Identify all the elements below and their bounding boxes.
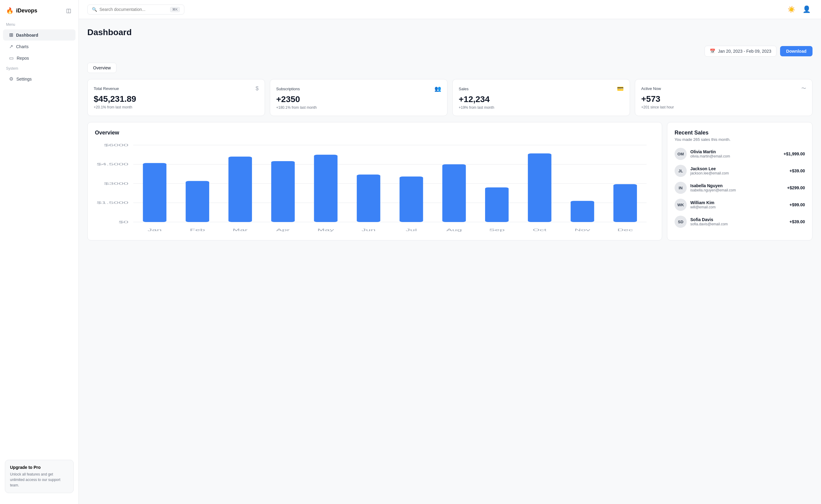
svg-text:Dec: Dec [617,228,633,232]
topbar: 🔍 ⌘K ☀️ 👤 [79,0,821,19]
sidebar: 🔥 iDevops ◫ Menu ⊞ Dashboard ↗ Charts ▭ … [0,0,79,504]
sales-amount: +$39.00 [789,168,805,173]
stat-card-sales-sub: +19% from last month [459,105,624,110]
sidebar-menu-section: Menu ⊞ Dashboard ↗ Charts ▭ Repos [0,22,78,64]
sales-item: WK William Kim will@email.com +$99.00 [675,199,805,211]
sidebar-item-charts[interactable]: ↗ Charts [3,41,75,52]
stat-card-active-value: +573 [641,94,806,104]
sidebar-item-settings[interactable]: ⚙ Settings [3,73,75,85]
sales-item: IN Isabella Nguyen isabella.nguyen@email… [675,182,805,194]
sidebar-header: 🔥 iDevops ◫ [0,6,78,22]
stat-card-revenue-label: Total Revenue [94,86,119,91]
svg-rect-14 [229,157,252,222]
settings-icon: ⚙ [9,76,13,82]
sales-name: Jackson Lee [690,166,786,171]
svg-text:Oct: Oct [533,228,546,232]
svg-rect-24 [442,164,466,222]
download-button[interactable]: Download [780,46,813,56]
user-profile-button[interactable]: 👤 [801,4,813,15]
search-box[interactable]: 🔍 ⌘K [87,5,184,15]
subscriptions-icon: 👥 [434,85,441,92]
upgrade-card: Upgrade to Pro Unlock all features and g… [5,460,74,493]
sales-name: Isabella Nguyen [690,183,783,188]
svg-text:$3000: $3000 [104,182,128,186]
stat-card-sales: Sales 💳 +12,234 +19% from last month [452,79,630,116]
sales-email: jackson.lee@email.com [690,171,786,175]
sales-email: olivia.martin@email.com [690,154,780,158]
svg-rect-16 [271,161,295,222]
sales-info: Olivia Martin olivia.martin@email.com [690,149,780,158]
svg-text:Nov: Nov [574,228,590,232]
avatar: JL [675,165,687,177]
date-range-label: Jan 20, 2023 - Feb 09, 2023 [718,49,771,54]
stat-card-sales-header: Sales 💳 [459,85,624,92]
bar-chart: $0$1.5000$3000$4.5000$6000JanFebMarAprMa… [95,142,655,233]
sales-item: SD Sofia Davis sofia.davis@email.com +$3… [675,216,805,228]
stat-card-revenue: Total Revenue $ $45,231.89 +20.1% from l… [87,79,265,116]
svg-rect-26 [485,187,509,222]
content-area: Dashboard 📅 Jan 20, 2023 - Feb 09, 2023 … [79,19,821,504]
date-picker[interactable]: 📅 Jan 20, 2023 - Feb 09, 2023 [705,46,776,57]
sales-email: sofia.davis@email.com [690,222,786,226]
stat-card-subscriptions-label: Subscriptions [276,87,300,91]
avatar: WK [675,199,687,211]
toolbar: 📅 Jan 20, 2023 - Feb 09, 2023 Download [87,46,813,57]
avatar: OM [675,148,687,160]
app-name: iDevops [16,8,37,14]
sales-info: Sofia Davis sofia.davis@email.com [690,217,786,226]
sales-amount: +$1,999.00 [784,151,805,156]
stat-card-active-sub: +201 since last hour [641,105,806,109]
svg-rect-28 [528,154,551,222]
user-icon: 👤 [803,5,811,13]
stat-card-sales-label: Sales [459,87,469,91]
chart-card: Overview $0$1.5000$3000$4.5000$6000JanFe… [87,122,662,240]
sidebar-system-section: System ⚙ Settings [0,66,78,85]
sidebar-collapse-button[interactable]: ◫ [65,6,72,15]
sidebar-item-charts-label: Charts [16,44,28,49]
sidebar-item-repos-label: Repos [17,56,29,61]
sales-item: JL Jackson Lee jackson.lee@email.com +$3… [675,165,805,177]
svg-rect-30 [570,201,594,222]
page-title: Dashboard [87,28,813,37]
revenue-icon: $ [256,85,259,92]
upgrade-title: Upgrade to Pro [10,465,68,470]
stat-card-active-header: Active Now 〜 [641,85,806,92]
stat-card-subscriptions: Subscriptions 👥 +2350 +180.1% from last … [270,79,447,116]
svg-text:Aug: Aug [446,228,462,232]
sales-icon: 💳 [617,85,624,92]
sidebar-item-repos[interactable]: ▭ Repos [3,52,75,64]
stat-card-subscriptions-sub: +180.1% from last month [276,105,441,110]
search-icon: 🔍 [92,7,97,12]
menu-section-label: Menu [0,22,78,29]
stat-card-revenue-sub: +20.1% from last month [94,105,259,109]
svg-text:Mar: Mar [233,228,248,232]
svg-rect-22 [400,177,423,222]
stat-card-subscriptions-header: Subscriptions 👥 [276,85,441,92]
recent-sales-card: Recent Sales You made 265 sales this mon… [667,122,813,240]
logo-icon: 🔥 [6,7,14,14]
system-section-label: System [0,66,78,73]
dashboard-icon: ⊞ [9,32,13,38]
overview-tab[interactable]: Overview [87,63,116,73]
recent-sales-title: Recent Sales [675,130,805,136]
chart-title: Overview [95,130,655,136]
avatar: IN [675,182,687,194]
sales-info: William Kim will@email.com [690,200,786,209]
stat-card-revenue-header: Total Revenue $ [94,85,259,92]
sales-name: Sofia Davis [690,217,786,222]
sales-email: isabella.nguyen@email.com [690,188,783,192]
svg-text:Feb: Feb [190,228,205,232]
sidebar-item-dashboard[interactable]: ⊞ Dashboard [3,29,75,41]
stat-card-active-label: Active Now [641,86,661,91]
sales-info: Isabella Nguyen isabella.nguyen@email.co… [690,183,783,192]
search-input[interactable] [99,7,160,12]
svg-text:Sep: Sep [489,228,505,232]
stat-card-sales-value: +12,234 [459,95,624,104]
sales-info: Jackson Lee jackson.lee@email.com [690,166,786,175]
sales-item: OM Olivia Martin olivia.martin@email.com… [675,148,805,160]
theme-toggle-button[interactable]: ☀️ [786,4,797,15]
stat-card-subscriptions-value: +2350 [276,95,441,104]
active-icon: 〜 [801,85,806,92]
sales-amount: +$99.00 [789,202,805,207]
sun-icon: ☀️ [788,6,795,13]
